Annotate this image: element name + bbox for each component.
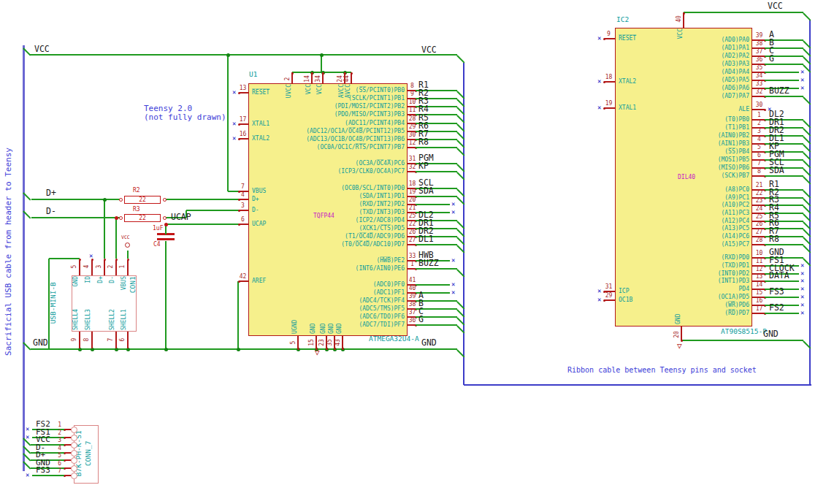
pin-name: (A10)PC2 bbox=[603, 202, 749, 208]
net-label[interactable]: G bbox=[769, 55, 774, 64]
no-connect-icon: ✕ bbox=[800, 85, 804, 91]
junction-dot bbox=[320, 53, 324, 57]
net-label[interactable]: FS2 bbox=[769, 304, 784, 313]
note-teensy-line2: (not fully drawn) bbox=[144, 113, 226, 121]
schematic-canvas: U1 ATMEGA32U4-A TQFP44 IC2 AT90S8515-P D… bbox=[0, 0, 826, 504]
c4-ref[interactable]: C4 bbox=[153, 242, 161, 248]
gnd-power-symbol: ▽ bbox=[677, 342, 682, 350]
pin bbox=[127, 260, 129, 275]
pin-name: PD4 bbox=[603, 286, 749, 292]
pin bbox=[752, 244, 765, 245]
net-label[interactable]: VCC bbox=[768, 2, 783, 11]
pin-name: (INT6/AIN0)PE6 bbox=[259, 266, 405, 272]
pin-name: (XCK1/C̅T̅S̅)PD5 bbox=[259, 226, 405, 232]
net-label[interactable]: FS3 bbox=[769, 288, 784, 297]
u1-ref[interactable]: U1 bbox=[249, 71, 257, 78]
wire bbox=[765, 175, 803, 177]
pin-number: 6 bbox=[120, 334, 126, 345]
pin-name: (AD6)PA6 bbox=[603, 85, 749, 91]
pin-number: 34 bbox=[752, 73, 767, 79]
wire bbox=[416, 284, 450, 286]
conn7-ref[interactable]: CONN_7 bbox=[85, 422, 92, 485]
pin-number: 3 bbox=[752, 129, 767, 134]
u1-value[interactable]: ATMEGA32U4-A bbox=[369, 335, 419, 343]
wire bbox=[416, 196, 457, 197]
pin bbox=[683, 12, 684, 28]
pin-number: 39 bbox=[752, 33, 767, 39]
wire bbox=[115, 218, 117, 259]
net-label[interactable]: KP bbox=[418, 162, 429, 171]
no-connect-icon: ✕ bbox=[232, 89, 236, 96]
net-label[interactable]: GND bbox=[763, 330, 779, 339]
pin bbox=[297, 336, 299, 348]
wire bbox=[765, 280, 799, 282]
pin-name: (ICP3/CLK0/OC4A)PC7 bbox=[259, 169, 405, 175]
pin bbox=[239, 123, 248, 125]
pin-circle bbox=[71, 473, 77, 479]
pin-number: 17 bbox=[752, 306, 767, 312]
conn1-ref[interactable]: CON1 bbox=[129, 270, 137, 299]
ribbon-bus-left bbox=[463, 63, 465, 385]
pin-name: (T0)PB0 bbox=[603, 117, 749, 123]
net-label[interactable]: VCC bbox=[421, 46, 437, 55]
conn1-value[interactable]: USB-MINI-B bbox=[50, 272, 57, 335]
pin-number: 13 bbox=[237, 85, 248, 91]
pin-number: 32 bbox=[752, 89, 767, 95]
net-label[interactable]: DL1 bbox=[418, 235, 434, 244]
net-label[interactable]: VCC bbox=[34, 45, 50, 54]
net-label[interactable]: SDA bbox=[769, 167, 784, 175]
pin bbox=[752, 96, 765, 97]
pin-number: 3 bbox=[237, 203, 248, 209]
net-label[interactable]: BUZZ bbox=[769, 87, 789, 96]
wire bbox=[416, 324, 457, 326]
pin-number: 43 bbox=[335, 337, 341, 348]
pin-name: (MISO)PB6 bbox=[603, 165, 749, 171]
pin-terminal bbox=[316, 348, 318, 350]
wire bbox=[48, 259, 50, 349]
net-label[interactable]: D- bbox=[46, 207, 56, 216]
net-label[interactable]: UCAP bbox=[171, 213, 191, 222]
pin-name: AVCC bbox=[339, 84, 345, 109]
r2-ref[interactable]: R2 bbox=[133, 188, 140, 194]
net-label[interactable]: GND bbox=[421, 339, 437, 348]
net-label[interactable]: GND bbox=[33, 339, 48, 348]
pin-number: 20 bbox=[407, 197, 418, 203]
pin-number: 19 bbox=[603, 101, 615, 107]
pin-terminal bbox=[238, 199, 240, 201]
pin-name: (ADC13/OC1B/OC4B/PCINT13)PB6 bbox=[259, 137, 405, 142]
pin-name: ALE bbox=[603, 107, 749, 112]
net-label[interactable]: R8 bbox=[418, 138, 429, 147]
pin-number: 28 bbox=[752, 237, 767, 243]
pin-number: 14 bbox=[305, 73, 310, 85]
r3-ref[interactable]: R3 bbox=[133, 207, 140, 213]
ic2-ref[interactable]: IC2 bbox=[616, 16, 629, 23]
net-label[interactable]: DATA bbox=[769, 272, 789, 280]
net-label[interactable]: BUZZ bbox=[418, 259, 439, 268]
wire bbox=[321, 55, 322, 72]
pin-name: (TXD)PD1 bbox=[603, 263, 749, 269]
wire bbox=[237, 281, 239, 349]
net-label[interactable]: R8 bbox=[769, 235, 779, 244]
wire bbox=[32, 475, 64, 476]
pin-number: 5 bbox=[72, 261, 77, 272]
net-label[interactable]: G bbox=[418, 316, 424, 324]
pin-terminal bbox=[238, 123, 240, 126]
pin-circle bbox=[71, 450, 77, 457]
bus-entry bbox=[456, 55, 464, 63]
net-label[interactable]: D+ bbox=[46, 189, 56, 198]
net-label[interactable]: SDA bbox=[418, 187, 434, 196]
pin bbox=[115, 260, 117, 275]
pin-name: (MOSI)PB5 bbox=[603, 157, 749, 163]
pin-number: 32 bbox=[407, 164, 418, 170]
pin-name: (ADC12/OC1A/O̅C̅4̅B̅/PCINT12)PB5 bbox=[259, 129, 405, 134]
c4-plate-bottom[interactable] bbox=[157, 238, 175, 240]
pin-name: (AD1)PA1 bbox=[603, 45, 749, 51]
no-connect-icon: ✕ bbox=[26, 434, 29, 440]
pin-number: 44 bbox=[344, 73, 350, 85]
no-connect-icon: ✕ bbox=[451, 201, 455, 207]
pin-number: 16 bbox=[237, 131, 248, 137]
pin-name: (A8)PC0 bbox=[603, 187, 749, 193]
ic2-value[interactable]: AT90S8515-P bbox=[721, 328, 767, 335]
pin-name: UVCC bbox=[286, 84, 292, 109]
pin-name: D- bbox=[110, 276, 115, 301]
